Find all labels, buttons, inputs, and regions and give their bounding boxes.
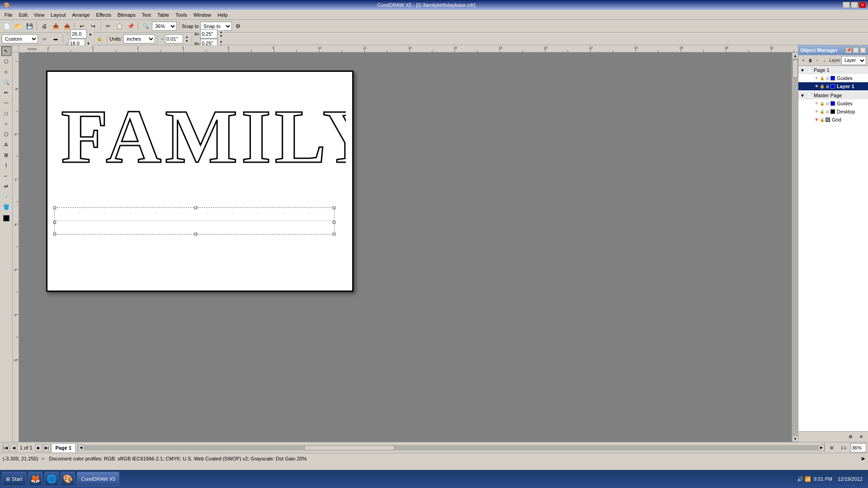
tree-guides-mp[interactable]: 👁 🔒 🖨 Guides (798, 99, 868, 108)
menu-text[interactable]: Text (139, 11, 154, 19)
panel-settings-btn[interactable]: ⚙ (845, 432, 855, 442)
menu-layout[interactable]: Layout (48, 11, 68, 19)
new-btn[interactable]: 📄 (2, 21, 12, 31)
handle-tr[interactable] (333, 206, 335, 209)
taskbar-chrome[interactable]: 🌐 (44, 472, 59, 486)
canvas-area[interactable]: FAMILY (19, 52, 798, 442)
panel-pin-btn[interactable]: 📌 (845, 47, 852, 53)
paste-btn[interactable]: 📌 (126, 21, 136, 31)
menu-table[interactable]: Table (155, 11, 172, 19)
om-move-up-btn[interactable]: ↑ (814, 56, 821, 66)
lock-icon-g1[interactable]: 🔒 (820, 76, 825, 80)
zoom-100-btn[interactable]: 1:1 (839, 443, 849, 453)
fit-page-btn[interactable]: ⊞ (827, 443, 837, 453)
snap-settings-btn[interactable]: ⚙ (233, 21, 243, 31)
lock-icon-l1[interactable]: 🔒 (820, 84, 825, 89)
v-scrollbar[interactable]: ▲ ▼ (792, 52, 798, 442)
crop-tool[interactable]: ⊹ (1, 67, 11, 77)
cut-btn[interactable]: ✂ (103, 21, 113, 31)
last-page-btn[interactable]: ▶| (43, 444, 51, 452)
zoom-tool[interactable]: 🔍 (1, 77, 11, 87)
width-up-btn[interactable]: ▲ (88, 32, 93, 36)
print-icon-dt[interactable]: 🖨 (826, 109, 830, 114)
open-btn[interactable]: 📂 (13, 21, 23, 31)
print-icon-g1[interactable]: 🖨 (826, 76, 830, 80)
menu-effects[interactable]: Effects (94, 11, 114, 19)
tree-grid[interactable]: 👁 🔒 Grid (798, 116, 868, 124)
taskbar-active-app[interactable]: CorelDRAW X5 (77, 472, 119, 486)
zoom-level-input[interactable] (850, 443, 866, 452)
snapy-up[interactable]: ▲ (218, 39, 224, 43)
handle-ml[interactable] (53, 221, 56, 224)
tree-page1[interactable]: ▼ 📄 Page 1 (798, 66, 868, 74)
menu-help[interactable]: Help (215, 11, 231, 19)
v-scroll-thumb[interactable] (793, 60, 798, 78)
blend-tool[interactable]: ⇌ (1, 181, 11, 191)
zoom-select[interactable]: 36% (152, 22, 177, 31)
lock-icon-dt[interactable]: 🔒 (820, 109, 825, 114)
om-layer-select[interactable]: Layer 1 (841, 56, 866, 65)
profile-arrow[interactable]: ▶ (862, 456, 865, 461)
menu-arrange[interactable]: Arrange (69, 11, 92, 19)
rect-tool[interactable]: □ (1, 108, 11, 118)
smartdraw-tool[interactable]: 〰 (1, 98, 11, 108)
nudge-up[interactable]: ▲ (184, 35, 189, 39)
copy-btn[interactable]: 📋 (114, 21, 124, 31)
first-page-btn[interactable]: |◀ (2, 444, 9, 452)
eye-icon-dt[interactable]: 👁 (815, 109, 819, 114)
ellipse-tool[interactable]: ○ (1, 119, 11, 129)
color-display[interactable] (1, 213, 11, 223)
eye-icon-g1[interactable]: 👁 (815, 76, 819, 80)
parallel-tool[interactable]: ⌇ (1, 160, 11, 170)
fill-tool[interactable]: 🪣 (1, 202, 11, 212)
portrait-btn[interactable]: ▭ (39, 34, 49, 44)
om-delete-btn[interactable]: 🗑 (807, 56, 814, 66)
preset-select[interactable]: Custom (2, 34, 38, 43)
masterpage-expand[interactable]: ▼ (800, 93, 806, 98)
print-btn[interactable]: 🖨 (39, 21, 49, 31)
minimize-btn[interactable]: ─ (843, 2, 850, 8)
handle-tl[interactable] (53, 206, 56, 209)
handle-br[interactable] (333, 233, 335, 235)
menu-edit[interactable]: Edit (16, 11, 30, 19)
handle-bm[interactable] (194, 233, 197, 235)
unit-select[interactable]: inches (123, 34, 155, 43)
tree-layer1[interactable]: 👁 🔒 🖨 Layer 1 (798, 82, 868, 90)
h-scroll-thumb[interactable] (304, 445, 395, 450)
menu-view[interactable]: View (31, 11, 47, 19)
menu-bitmaps[interactable]: Bitmaps (115, 11, 138, 19)
prev-page-btn[interactable]: ◀ (10, 444, 17, 452)
close-btn[interactable]: ✕ (859, 2, 866, 8)
tree-master-page[interactable]: ▼ 📄 Master Page (798, 91, 868, 99)
connector-tool[interactable]: ⌐ (1, 171, 11, 181)
panel-close2-btn[interactable]: ✕ (856, 432, 866, 442)
save-btn[interactable]: 💾 (24, 21, 34, 31)
print-icon-gmp[interactable]: 🖨 (826, 101, 830, 106)
scroll-down-btn[interactable]: ▼ (792, 436, 798, 442)
zoom-out-btn[interactable]: 🔍 (141, 21, 151, 31)
scroll-up-btn[interactable]: ▲ (792, 52, 798, 59)
nudge-input[interactable] (165, 34, 183, 43)
panel-menu-btn[interactable]: ▼ (853, 47, 859, 53)
table-tool[interactable]: ⊞ (1, 150, 11, 160)
om-new-layer-btn[interactable]: + (800, 56, 807, 66)
tree-guides-p1[interactable]: 👁 🔒 🖨 Guides (798, 74, 868, 82)
nudge-dn[interactable]: ▼ (184, 39, 189, 43)
landscape-btn[interactable]: ▬ (51, 34, 61, 44)
print-icon-l1[interactable]: 🖨 (826, 84, 830, 89)
coord-arrow[interactable]: ▶ (42, 456, 45, 461)
h-scroll-left[interactable]: ◀ (78, 445, 84, 451)
eyedrop-tool[interactable]: 💉 (1, 192, 11, 202)
tree-desktop[interactable]: 👁 🔒 🖨 Desktop (798, 108, 868, 116)
om-move-dn-btn[interactable]: ↓ (821, 56, 828, 66)
taskbar-firefox[interactable]: 🦊 (28, 472, 42, 486)
handle-bl[interactable] (53, 233, 56, 235)
shape-tool[interactable]: ⬡ (1, 56, 11, 66)
snapx-input[interactable] (200, 29, 217, 38)
lock-icon-gr[interactable]: 🔒 (820, 117, 825, 122)
restore-btn[interactable]: □ (851, 2, 858, 8)
taskbar-coreldraw[interactable]: 🎨 (61, 472, 75, 486)
page1-tab[interactable]: Page 1 (52, 443, 75, 452)
eye-icon-gmp[interactable]: 👁 (815, 101, 819, 106)
select-tool[interactable]: ↖ (1, 46, 11, 56)
